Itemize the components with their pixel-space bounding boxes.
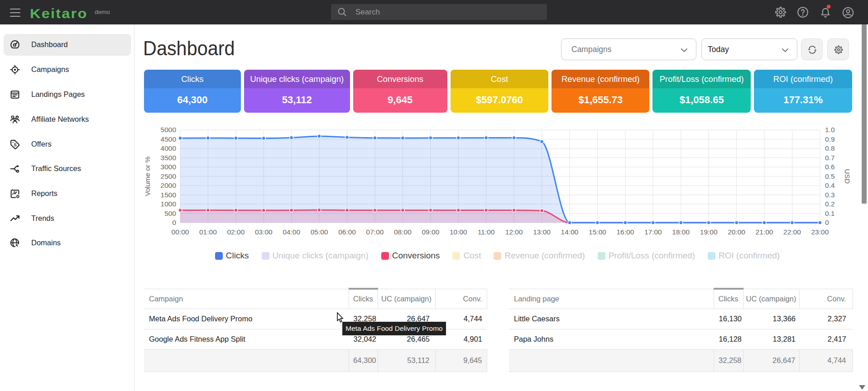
- svg-text:5000: 5000: [161, 126, 177, 134]
- svg-text:13:00: 13:00: [533, 228, 551, 236]
- svg-text:09:00: 09:00: [422, 228, 440, 236]
- svg-text:0.6: 0.6: [825, 163, 835, 171]
- svg-text:500: 500: [164, 210, 176, 217]
- svg-text:0.2: 0.2: [825, 200, 835, 208]
- svg-text:11:00: 11:00: [478, 228, 495, 236]
- svg-text:0: 0: [172, 219, 176, 226]
- svg-text:12:00: 12:00: [505, 228, 523, 236]
- svg-text:Volume or %: Volume or %: [144, 156, 151, 196]
- svg-text:0: 0: [825, 219, 829, 226]
- svg-text:07:00: 07:00: [366, 228, 384, 236]
- svg-text:08:00: 08:00: [394, 228, 412, 236]
- svg-text:3500: 3500: [161, 154, 177, 162]
- svg-text:23:00: 23:00: [811, 228, 829, 236]
- svg-text:0.8: 0.8: [825, 144, 835, 152]
- svg-text:10:00: 10:00: [450, 228, 467, 236]
- svg-text:19:00: 19:00: [700, 228, 718, 236]
- svg-text:4000: 4000: [161, 144, 177, 152]
- svg-text:0.5: 0.5: [825, 172, 835, 180]
- svg-text:USD: USD: [844, 169, 851, 184]
- svg-text:2000: 2000: [161, 181, 177, 189]
- svg-text:4500: 4500: [161, 135, 177, 143]
- svg-text:03:00: 03:00: [255, 228, 273, 236]
- svg-text:0.3: 0.3: [825, 191, 835, 199]
- svg-text:14:00: 14:00: [561, 228, 579, 236]
- svg-text:06:00: 06:00: [338, 228, 356, 236]
- svg-text:1500: 1500: [161, 191, 177, 199]
- svg-text:0.7: 0.7: [825, 154, 835, 162]
- svg-text:15:00: 15:00: [589, 228, 606, 236]
- svg-text:0.4: 0.4: [825, 181, 835, 189]
- svg-text:01:00: 01:00: [199, 228, 217, 236]
- svg-text:02:00: 02:00: [227, 228, 245, 236]
- svg-text:05:00: 05:00: [311, 228, 328, 236]
- svg-text:0.1: 0.1: [825, 210, 835, 217]
- svg-text:20:00: 20:00: [728, 228, 745, 236]
- svg-text:0.9: 0.9: [825, 135, 835, 143]
- svg-text:16:00: 16:00: [617, 228, 634, 236]
- svg-text:00:00: 00:00: [172, 228, 189, 236]
- svg-text:18:00: 18:00: [672, 228, 690, 236]
- svg-text:17:00: 17:00: [644, 228, 662, 236]
- svg-text:21:00: 21:00: [756, 228, 773, 236]
- svg-text:3000: 3000: [161, 163, 177, 171]
- svg-text:S: S: [14, 142, 17, 147]
- svg-text:2500: 2500: [161, 172, 177, 180]
- svg-text:1000: 1000: [161, 200, 177, 208]
- svg-text:04:00: 04:00: [283, 228, 300, 236]
- svg-text:1.0: 1.0: [825, 126, 835, 134]
- svg-text:22:00: 22:00: [783, 228, 801, 236]
